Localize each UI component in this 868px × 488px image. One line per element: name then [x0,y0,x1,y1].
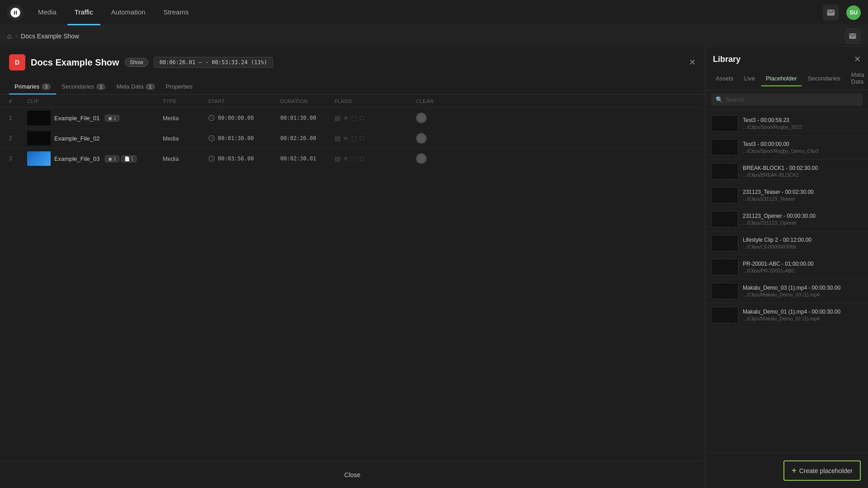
lib-tab-secondaries[interactable]: Secondaries [803,71,845,86]
nav-automation[interactable]: Automation [104,0,153,25]
show-title: Docs Example Show [31,57,119,68]
tab-properties[interactable]: Properties [160,80,198,94]
list-item[interactable]: 231123_Opener - 00:00:30.00 .../Clips/23… [706,207,868,231]
lib-item-thumbnail [711,307,738,323]
clip-thumbnail [27,131,51,145]
lib-item-thumbnail [711,163,738,179]
library-footer: + Create placeholder [706,453,868,488]
library-header: Library ✕ [706,47,868,68]
show-header: D Docs Example Show Show 00:06:26.01 — -… [0,47,705,70]
table-header: # CLIP TYPE START DURATION FLAGS CLEAN [0,95,705,108]
table-row[interactable]: 1 Example_File_01 ▣ 1 Media 00:00:00.00 … [0,108,705,128]
breadcrumb-bar: ⌂ › Docs Example Show [0,25,868,47]
app-logo[interactable] [7,5,24,21]
main-layout: D Docs Example Show Show 00:06:26.01 — -… [0,47,868,488]
library-tabs: Assets Live Placeholder Secondaries Meta… [706,68,868,90]
lib-item-thumbnail [711,187,738,203]
clip-thumbnail [27,111,51,125]
library-items-list: Test3 - 00:00:59.23 .../Clips/Sport/Rugb… [706,110,868,453]
table-row[interactable]: 2 Example_File_02 Media 00:01:30.00 00:0… [0,128,705,149]
left-panel: D Docs Example Show Show 00:06:26.01 — -… [0,47,705,488]
show-badge-button[interactable]: Show [125,58,148,67]
user-avatar[interactable]: SU [846,5,861,20]
library-panel: Library ✕ Assets Live Placeholder Second… [705,47,868,488]
clip-table: # CLIP TYPE START DURATION FLAGS CLEAN 1… [0,95,705,461]
list-item[interactable]: Makalu_Demo_01 (1).mp4 - 00:00:30.00 ...… [706,303,868,327]
search-input[interactable] [726,96,858,103]
search-icon: 🔍 [716,96,723,103]
lib-tab-live[interactable]: Live [740,71,760,86]
plus-icon: + [792,466,797,475]
library-title: Library [713,55,741,64]
list-item[interactable]: Lifestyle Clip 2 - 00:12:00.00 .../Clips… [706,231,868,255]
lib-item-thumbnail [711,139,738,155]
library-close-button[interactable]: ✕ [854,54,861,64]
nav-streams[interactable]: Streams [156,0,196,25]
lib-item-thumbnail [711,283,738,299]
nav-media[interactable]: Media [31,0,64,25]
lib-tab-metadata[interactable]: Meta Data [847,68,868,89]
inbox-icon[interactable] [823,5,839,21]
show-timecode: 00:06:26.01 — - 00:53:33.24 (11%) [154,57,273,68]
list-item[interactable]: Test3 - 00:00:00.00 .../Clips/Sport/Rugb… [706,136,868,160]
inbox-top-right[interactable] [844,28,861,44]
lib-item-thumbnail [711,259,738,275]
list-item[interactable]: Makalu_Demo_03 (1).mp4 - 00:00:30.00 ...… [706,279,868,303]
show-icon: D [9,54,25,70]
lib-item-thumbnail [711,115,738,131]
top-navigation: Media Traffic Automation Streams SU [0,0,868,25]
breadcrumb-separator: › [15,33,17,39]
show-tabs: Primaries 3 Secondaries 1 Meta Data 1 Pr… [0,74,705,95]
lib-tab-placeholder[interactable]: Placeholder [761,71,802,86]
tab-secondaries[interactable]: Secondaries 1 [56,80,111,94]
table-row[interactable]: 3 Example_File_03 ▣ 1 📄 1 Media 00:03:56… [0,149,705,169]
breadcrumb-path: Docs Example Show [21,33,79,40]
list-item[interactable]: Test3 - 00:00:59.23 .../Clips/Sport/Rugb… [706,112,868,136]
list-item[interactable]: PR-20001-ABC - 01:00:00.00 .../Clips/PR-… [706,255,868,279]
clean-indicator [416,113,427,123]
close-button[interactable]: Close [334,468,372,482]
lib-item-thumbnail [711,235,738,251]
show-close-button[interactable]: ✕ [689,57,696,67]
clean-indicator [416,153,427,164]
lib-tab-assets[interactable]: Assets [711,71,738,86]
home-icon[interactable]: ⌂ [7,32,12,40]
bottom-bar: Close [0,461,705,488]
nav-traffic[interactable]: Traffic [67,0,100,25]
library-search-container: 🔍 [706,90,868,110]
clean-indicator [416,133,427,144]
list-item[interactable]: 231123_Teaser - 00:02:30.00 .../Clips/23… [706,183,868,207]
clip-thumbnail [27,151,51,166]
lib-item-thumbnail [711,211,738,227]
create-placeholder-button[interactable]: + Create placeholder [783,460,861,481]
tab-primaries[interactable]: Primaries 3 [9,80,56,94]
tab-meta-data[interactable]: Meta Data 1 [111,80,160,94]
list-item[interactable]: BREAK-BLOCK1 - 00:02:30.00 .../Clips/BRE… [706,160,868,183]
